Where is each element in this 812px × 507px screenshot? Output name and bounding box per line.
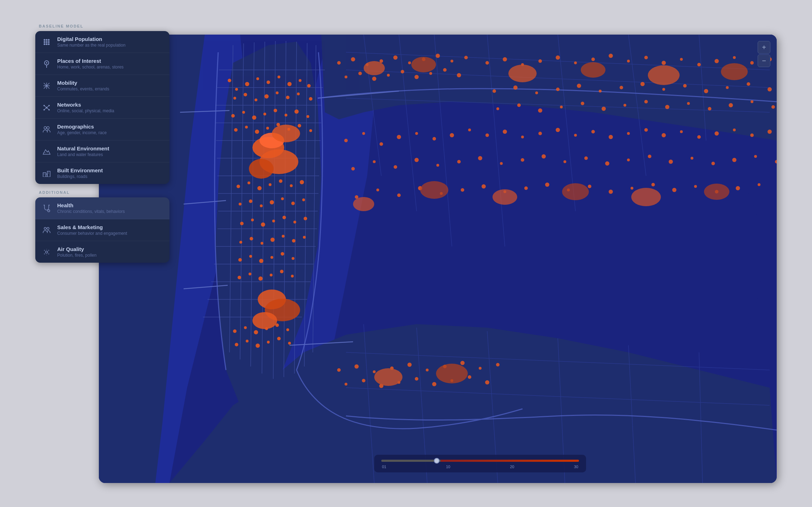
svg-point-169: [485, 61, 489, 65]
svg-point-254: [609, 135, 613, 139]
menu-item-health[interactable]: Health Chronic conditions, vitals, behav…: [35, 197, 169, 219]
svg-point-262: [750, 133, 754, 137]
svg-line-338: [44, 108, 47, 110]
svg-point-69: [287, 82, 292, 86]
svg-point-210: [623, 104, 626, 107]
svg-point-319: [48, 43, 50, 45]
svg-point-167: [364, 61, 385, 75]
zoom-in-button[interactable]: +: [758, 41, 770, 54]
svg-point-111: [251, 219, 254, 221]
svg-point-300: [672, 188, 676, 192]
svg-point-96: [237, 185, 240, 188]
menu-title-demographics: Demographics: [57, 124, 107, 130]
svg-point-213: [687, 102, 690, 105]
svg-point-125: [249, 255, 252, 258]
menu-item-sales-marketing[interactable]: Sales & Marketing Consumer behavior and …: [35, 219, 169, 241]
svg-point-352: [44, 227, 46, 229]
svg-point-249: [521, 136, 524, 138]
svg-point-247: [485, 133, 489, 137]
menu-item-networks[interactable]: Networks Online, social, physical, media: [35, 97, 169, 119]
menu-subtitle-sales-marketing: Consumer behavior and engagement: [57, 231, 127, 236]
svg-point-257: [662, 133, 666, 137]
svg-point-253: [591, 130, 595, 133]
menu-subtitle-natural-environment: Land and water features: [57, 152, 109, 157]
svg-point-182: [715, 59, 719, 63]
menu-item-places-of-interest[interactable]: Places of Interest Home, work, school, a…: [35, 53, 169, 75]
menu-item-demographics[interactable]: Demographics Age, gender, income, race: [35, 119, 169, 141]
menu-item-mobility[interactable]: Mobility Commutes, events, errands: [35, 75, 169, 97]
svg-point-137: [244, 326, 247, 329]
svg-point-272: [521, 158, 524, 162]
svg-point-119: [261, 242, 263, 245]
svg-point-184: [750, 61, 754, 65]
menu-item-natural-environment[interactable]: Natural Environment Land and water featu…: [35, 141, 169, 162]
svg-point-136: [233, 329, 237, 333]
svg-point-129: [292, 257, 294, 260]
svg-point-360: [46, 255, 47, 255]
svg-point-203: [768, 87, 772, 91]
svg-point-307: [492, 189, 517, 205]
svg-point-227: [496, 363, 500, 366]
svg-point-237: [374, 368, 402, 386]
svg-point-103: [239, 203, 241, 205]
svg-point-113: [272, 220, 275, 222]
svg-point-90: [255, 130, 259, 134]
svg-point-351: [49, 204, 50, 205]
svg-point-297: [609, 190, 613, 194]
svg-point-170: [503, 57, 507, 61]
svg-point-110: [240, 222, 244, 225]
svg-rect-343: [47, 171, 50, 177]
svg-point-241: [380, 142, 383, 146]
menu-subtitle-places-of-interest: Home, work, school, arenas, stores: [57, 65, 124, 70]
svg-point-240: [362, 132, 365, 135]
svg-point-299: [651, 183, 655, 186]
svg-point-164: [429, 72, 432, 75]
baseline-card-group: Digital Population Same number as the re…: [35, 31, 169, 184]
svg-point-85: [285, 114, 287, 117]
svg-point-209: [602, 107, 606, 111]
svg-point-135: [291, 275, 294, 278]
svg-point-66: [256, 77, 259, 80]
svg-point-140: [275, 323, 279, 327]
menu-subtitle-health: Chronic conditions, vitals, behaviors: [57, 209, 125, 214]
svg-line-325: [44, 86, 47, 89]
svg-point-202: [747, 82, 750, 86]
tick-20: 20: [510, 465, 514, 469]
svg-point-128: [281, 252, 284, 256]
svg-point-92: [276, 123, 280, 126]
map-background: + − 01 10 20 30: [99, 35, 777, 483]
zoom-controls: + −: [758, 41, 770, 67]
svg-point-168: [411, 57, 436, 72]
svg-point-94: [298, 124, 301, 127]
zoom-out-button[interactable]: −: [758, 54, 770, 67]
svg-point-316: [48, 41, 50, 43]
svg-point-95: [309, 129, 312, 132]
svg-line-323: [44, 83, 47, 86]
svg-point-274: [563, 160, 566, 163]
menu-subtitle-digital-population: Same number as the real population: [57, 43, 125, 48]
svg-point-175: [591, 58, 595, 61]
menu-title-places-of-interest: Places of Interest: [57, 58, 124, 64]
svg-point-165: [443, 68, 447, 72]
svg-point-127: [270, 256, 273, 259]
timeline-thumb[interactable]: [434, 458, 440, 464]
menu-item-digital-population[interactable]: Digital Population Same number as the re…: [35, 31, 169, 53]
menu-item-air-quality[interactable]: Air Quality Polution, fires, pollen: [35, 241, 169, 263]
svg-point-58: [272, 125, 300, 142]
svg-point-79: [309, 97, 312, 101]
svg-point-236: [485, 380, 489, 384]
svg-point-195: [599, 90, 602, 93]
svg-point-201: [726, 86, 729, 89]
svg-point-166: [457, 73, 461, 77]
tick-30: 30: [574, 465, 578, 469]
svg-point-115: [293, 221, 296, 223]
svg-point-308: [562, 183, 589, 200]
tick-10: 10: [446, 465, 450, 469]
svg-point-138: [254, 330, 258, 334]
menu-item-built-environment[interactable]: Built Environment Buildings, roads: [35, 162, 169, 184]
svg-point-107: [281, 197, 284, 200]
svg-point-357: [44, 253, 45, 254]
svg-point-75: [264, 94, 269, 99]
svg-point-215: [729, 103, 733, 107]
timeline-ticks: 01 10 20 30: [381, 465, 579, 469]
